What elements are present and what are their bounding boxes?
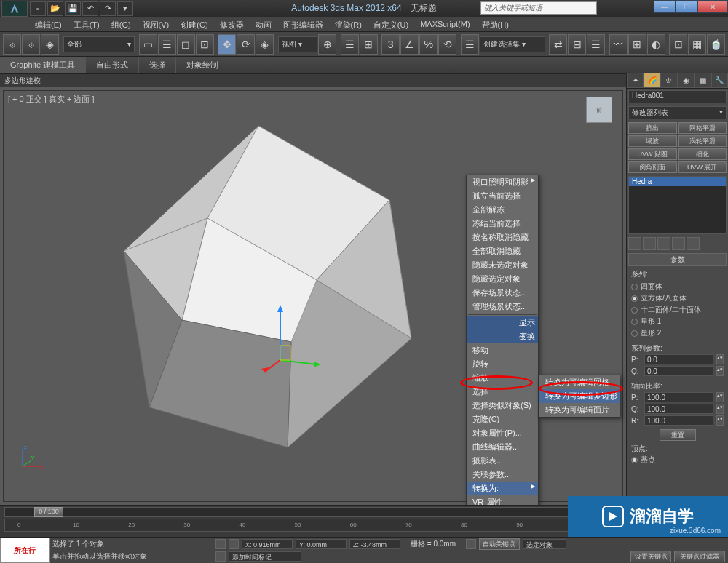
tb-layers[interactable]: ☰	[587, 34, 605, 55]
ribbon-tab-freeform[interactable]: 自由形式	[86, 57, 139, 73]
selection-filter[interactable]: 全部▾	[63, 36, 135, 52]
mod-meshsmooth[interactable]: 网格平滑	[678, 122, 727, 134]
close-button[interactable]: ✕	[697, 0, 728, 13]
menu-group[interactable]: 组(G)	[106, 17, 137, 31]
param-p[interactable]: 0.0	[644, 354, 713, 364]
ctx-hide-unsel[interactable]: 隐藏未选定对象	[467, 258, 538, 272]
vertex-basic[interactable]: 基点	[631, 454, 724, 466]
tb-scale[interactable]: ◈	[256, 34, 274, 55]
menu-create[interactable]: 创建(C)	[175, 17, 213, 31]
qat-more[interactable]: ▾	[117, 1, 133, 16]
tb-manip[interactable]: ☰	[341, 34, 359, 55]
menu-customize[interactable]: 自定义(U)	[368, 17, 414, 31]
mod-turbosmooth[interactable]: 涡轮平滑	[678, 135, 727, 147]
tb-selrect[interactable]: ◻	[177, 34, 195, 55]
tb-rotate[interactable]: ⟳	[237, 34, 255, 55]
cp-tab-display[interactable]: ▦	[695, 73, 711, 88]
tb-move[interactable]: ✥	[218, 34, 236, 55]
ctx-obj-props[interactable]: 对象属性(P)...	[467, 426, 538, 440]
qat-undo[interactable]: ↶	[82, 1, 98, 16]
stack-unique[interactable]	[657, 237, 670, 250]
tb-snap[interactable]: 3	[381, 34, 400, 55]
absolute-icon[interactable]	[229, 539, 239, 549]
app-menu-icon[interactable]	[1, 1, 28, 17]
coord-y[interactable]: Y: 0.0mm	[296, 539, 347, 549]
keyfilter-button[interactable]: 关键点过滤器	[674, 551, 725, 562]
tb-mirror[interactable]: ⇄	[549, 34, 567, 55]
object-name-field[interactable]: Hedra001	[628, 90, 727, 103]
ribbon-tab-paint[interactable]: 对象绘制	[176, 57, 229, 73]
tb-pivot[interactable]: ⊕	[318, 34, 336, 55]
tb-material[interactable]: ◐	[647, 34, 665, 55]
menu-animation[interactable]: 动画	[250, 17, 277, 31]
qat-open[interactable]: 📂	[47, 1, 63, 16]
lock-icon[interactable]	[215, 539, 226, 549]
menu-help[interactable]: 帮助(H)	[476, 17, 515, 31]
tb-align[interactable]: ⊟	[568, 34, 586, 55]
coord-x[interactable]: X: 0.916mm	[242, 539, 293, 549]
family-dodeca[interactable]: 十二面体/二十面体	[631, 304, 724, 316]
time-ruler[interactable]: 0102030 40506070 8090100	[4, 519, 622, 532]
family-cube[interactable]: 立方体/八面体	[631, 292, 724, 304]
tb-render[interactable]: 🍵	[707, 34, 725, 55]
autokey-button[interactable]: 自动关键点	[479, 538, 520, 550]
axis-r[interactable]: 100.0	[644, 415, 713, 426]
key-filter-selset[interactable]: 选定对象	[523, 539, 566, 549]
ctx-convert-to[interactable]: 转换为:	[467, 482, 538, 495]
transform-gizmo[interactable]	[258, 302, 324, 375]
tb-schematic[interactable]: ⊞	[628, 34, 646, 55]
coord-z[interactable]: Z: -3.48mm	[349, 539, 400, 549]
ctx-scale[interactable]: 缩放	[467, 371, 538, 385]
cp-tab-create[interactable]: ✦	[627, 73, 644, 88]
cp-tab-utilities[interactable]: 🔧	[711, 73, 728, 88]
setkey-button[interactable]: 设置关键点	[630, 551, 671, 562]
family-star2[interactable]: 星形 2	[631, 327, 724, 339]
tb-psnap[interactable]: %	[419, 34, 438, 55]
key-icon[interactable]	[466, 539, 476, 549]
qat-redo[interactable]: ↷	[100, 1, 116, 16]
axis-q[interactable]: 100.0	[644, 404, 713, 414]
viewcube[interactable]: 前	[586, 97, 612, 123]
axis-p[interactable]: 100.0	[644, 392, 713, 402]
rollout-parameters[interactable]: 参数	[628, 253, 727, 266]
tb-link[interactable]: ⟐	[3, 34, 21, 55]
ctx-unhide-all[interactable]: 全部取消隐藏	[467, 244, 538, 258]
tb-rendsetup[interactable]: ⊡	[669, 34, 687, 55]
minimize-button[interactable]: —	[654, 0, 676, 13]
menu-render[interactable]: 渲染(R)	[329, 17, 368, 31]
hedra-object[interactable]	[98, 120, 419, 455]
ctx-unhide-name[interactable]: 按名称取消隐藏	[467, 231, 538, 244]
param-q[interactable]: 0.0	[644, 366, 713, 376]
ctx-rotate[interactable]: 旋转	[467, 357, 538, 371]
ctx-freeze[interactable]: 冻结当前选择	[467, 217, 538, 231]
mod-tessellate[interactable]: 细化	[678, 148, 727, 160]
ctx-move[interactable]: 移动	[467, 343, 538, 357]
stack-showend[interactable]	[643, 237, 656, 250]
reset-button[interactable]: 重置	[660, 429, 696, 441]
ctx-wire-params[interactable]: 关联参数...	[467, 468, 538, 482]
ribbon-tab-select[interactable]: 选择	[139, 57, 176, 73]
modifier-list[interactable]: 修改器列表▾	[628, 106, 727, 119]
mod-uvwmap[interactable]: UVW 贴图	[628, 148, 677, 160]
time-slider[interactable]: 0 / 100	[4, 507, 622, 517]
ctx-unfreeze-all[interactable]: 全部解冻	[467, 203, 538, 217]
tb-spinsnap[interactable]: ⟲	[438, 34, 456, 55]
family-tetra[interactable]: 四面体	[631, 281, 724, 292]
ctx-isolate[interactable]: 孤立当前选择	[467, 189, 538, 203]
stack-pin[interactable]	[628, 237, 641, 250]
stack-remove[interactable]	[672, 237, 685, 250]
mod-extrude[interactable]: 挤出	[628, 122, 677, 134]
modifier-stack[interactable]: Hedra	[628, 176, 727, 234]
tb-selname[interactable]: ☰	[158, 34, 176, 55]
ctx-select[interactable]: 选择	[467, 385, 538, 399]
marker-icon[interactable]	[215, 551, 226, 562]
menu-modifiers[interactable]: 修改器	[214, 17, 250, 31]
tb-rendframe[interactable]: ▦	[688, 34, 706, 55]
ref-coord[interactable]: 视图 ▾	[278, 36, 317, 52]
ctx-curve-editor[interactable]: 曲线编辑器...	[467, 440, 538, 454]
convert-patch[interactable]: 转换为可编辑面片	[539, 403, 620, 417]
ctx-clone[interactable]: 克隆(C)	[467, 412, 538, 426]
tb-namedsel[interactable]: ☰	[461, 34, 479, 55]
ctx-save-state[interactable]: 保存场景状态...	[467, 286, 538, 300]
menu-view[interactable]: 视图(V)	[137, 17, 175, 31]
